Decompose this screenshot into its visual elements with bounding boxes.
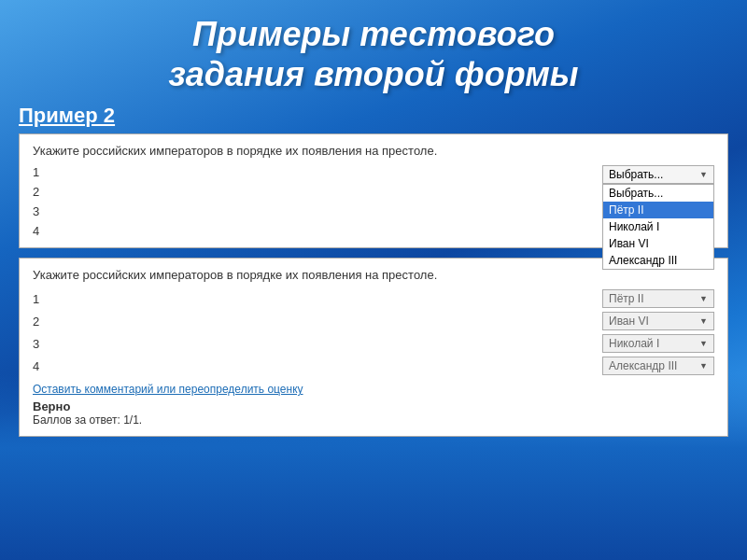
score-text: Баллов за ответ: 1/1. [33,413,714,427]
open-dropdown-area: Выбрать... ▼ Выбрать... Пётр II Николай … [602,165,714,184]
dropdown-arrow-icon: ▼ [699,170,708,179]
q2-dropdown-4-label: Александр III [609,359,677,372]
comment-link[interactable]: Оставить комментарий или переопределить … [33,383,714,396]
q2-dropdown-1-label: Пётр II [609,292,643,305]
row4-number: 4 [33,224,61,238]
question2-text: Укажите российских императоров в порядке… [33,268,714,282]
section-title: Пример 2 [19,104,728,128]
row3-number: 3 [33,204,61,218]
q2-row1-num: 1 [33,292,51,306]
question2-row-4: 4 Александр III ▼ [33,357,714,375]
question2-row-3: 3 Николай I ▼ [33,334,714,353]
row1-number: 1 [33,165,61,179]
q2-dropdown-4[interactable]: Александр III ▼ [602,357,714,375]
q2-dropdown-2-label: Иван VI [609,315,649,328]
dropdown-item-1[interactable]: Пётр II [603,202,713,218]
question-box-2: Укажите российских императоров в порядке… [19,258,728,437]
q2-row2-num: 2 [33,315,51,329]
dropdown-item-0[interactable]: Выбрать... [603,185,713,202]
dropdown-list: Выбрать... Пётр II Николай I Иван VI Але… [602,184,714,270]
question-box-1: Укажите российских императоров в порядке… [19,133,728,248]
dropdown-item-3[interactable]: Иван VI [603,235,713,252]
question2-row-1: 1 Пётр II ▼ [33,289,714,308]
main-title: Примеры тестового задания второй формы [19,9,728,94]
question2-row-2: 2 Иван VI ▼ [33,312,714,330]
question1-text: Укажите российских императоров в порядке… [33,144,714,158]
verdict-text: Верно [33,399,714,413]
q2-dropdown-3-label: Николай I [609,337,659,350]
q2-dropdown-3[interactable]: Николай I ▼ [602,334,714,353]
q2-arrow-1: ▼ [699,294,708,303]
dropdown-item-2[interactable]: Николай I [603,218,713,235]
row2-number: 2 [33,185,61,199]
dropdown-button[interactable]: Выбрать... ▼ [602,165,714,184]
title-line2: задания второй формы [168,55,578,93]
dropdown-item-4[interactable]: Александр III [603,252,713,269]
q2-row3-num: 3 [33,337,51,351]
question2-rows: 1 Пётр II ▼ 2 Иван VI ▼ 3 Николай I ▼ [33,289,714,375]
q2-dropdown-2[interactable]: Иван VI ▼ [602,312,714,330]
q2-dropdown-1[interactable]: Пётр II ▼ [602,289,714,308]
q2-arrow-4: ▼ [699,361,708,371]
q2-row4-num: 4 [33,359,51,373]
q2-arrow-3: ▼ [699,339,708,348]
dropdown-button-label: Выбрать... [609,168,663,181]
q2-arrow-2: ▼ [699,316,708,326]
title-line1: Примеры тестового [192,15,555,53]
